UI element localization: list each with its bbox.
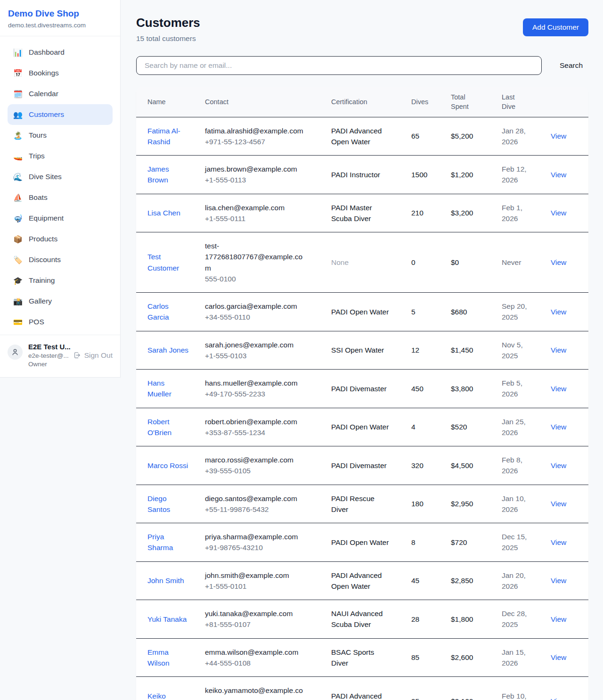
view-link[interactable]: View [551,209,566,217]
customer-last-dive: Jan 28, 2026 [502,117,551,156]
customer-last-dive: Nov 5, 2025 [502,331,551,370]
table-row: Test Customer test-1772681807767@example… [136,232,588,293]
sidebar-item-boats[interactable]: ⛵ Boats [8,187,113,208]
user-icon [11,348,19,356]
sidebar-item-products[interactable]: 📦 Products [8,229,113,249]
nav-icon: 📸 [13,297,23,306]
view-link[interactable]: View [551,423,566,431]
table-row: Yuki Tanaka yuki.tanaka@example.com +81-… [136,600,588,639]
search-input[interactable] [136,56,542,75]
nav-icon: 🏷️ [13,255,23,264]
sidebar-item-label: Calendar [29,90,58,98]
customer-name-link[interactable]: Hans Mueller [147,379,171,398]
customer-total-spent: $2,850 [451,561,502,600]
customer-dives: 65 [411,117,451,156]
sidebar-item-discounts[interactable]: 🏷️ Discounts [8,249,113,270]
view-link[interactable]: View [551,615,566,623]
sidebar-item-trips[interactable]: 🚤 Trips [8,146,113,166]
customer-last-dive: Sep 20, 2025 [502,293,551,331]
customer-phone: +44-555-0108 [205,658,305,668]
customer-dives: 210 [411,194,451,232]
customer-name-link[interactable]: Yuki Tanaka [147,615,187,623]
sidebar-item-dive-sites[interactable]: 🌊 Dive Sites [8,166,113,187]
customer-phone: +1-555-0111 [205,213,305,224]
view-link[interactable]: View [551,500,566,508]
sidebar-item-equipment[interactable]: 🤿 Equipment [8,208,113,229]
customer-last-dive: Feb 12, 2026 [502,156,551,194]
customer-certification: PADI Open Water [331,408,411,446]
user-role: Owner [28,361,67,368]
sign-out-button[interactable]: Sign Out [73,351,113,360]
customers-table: Name Contact Certification Dives Total S… [136,87,588,700]
customer-name-link[interactable]: John Smith [147,576,184,585]
customer-name-link[interactable]: Marco Rossi [147,461,188,469]
customer-name-link[interactable]: Test Customer [147,253,179,272]
sidebar-item-training[interactable]: 🎓 Training [8,270,113,291]
shop-subdomain: demo.test.divestreams.com [8,22,112,29]
customer-dives: 85 [411,638,451,677]
user-name: E2E Test U... [28,343,67,351]
column-actions [551,87,588,117]
customer-name-link[interactable]: Priya Sharma [147,533,173,552]
customer-last-dive: Feb 1, 2026 [502,194,551,232]
customer-certification: PADI Divemaster [331,370,411,408]
customer-name-link[interactable]: Keiko Yamamoto [147,692,182,700]
sidebar-item-label: Boats [29,193,48,202]
customer-certification: PADI Open Water [331,523,411,562]
column-dives: Dives [411,87,451,117]
view-link[interactable]: View [551,132,566,140]
view-link[interactable]: View [551,385,566,393]
customer-phone: +1-555-0103 [205,350,305,361]
search-button[interactable]: Search [554,61,588,70]
customer-count: 15 total customers [136,34,200,43]
customer-certification: PADI Divemaster [331,446,411,485]
customer-last-dive: Dec 28, 2025 [502,600,551,639]
sidebar-item-gallery[interactable]: 📸 Gallery [8,291,113,312]
customer-name-link[interactable]: Robert O'Brien [147,418,171,436]
customer-total-spent: $2,100 [451,677,502,700]
nav-icon: 🚤 [13,152,23,161]
column-total-spent: Total Spent [451,87,502,117]
customer-name-link[interactable]: Diego Santos [147,494,170,513]
sidebar-item-customers[interactable]: 👥 Customers [8,104,113,125]
nav-icon: 📦 [13,235,23,244]
customer-name-link[interactable]: Sarah Jones [147,346,188,354]
sidebar-item-calendar[interactable]: 🗓️ Calendar [8,83,113,104]
view-link[interactable]: View [551,258,566,266]
view-link[interactable]: View [551,346,566,354]
sidebar-item-label: Training [29,276,55,285]
customer-name-link[interactable]: Emma Wilson [147,648,170,667]
view-link[interactable]: View [551,653,566,661]
view-link[interactable]: View [551,461,566,469]
sidebar-item-bookings[interactable]: 📅 Bookings [8,63,113,83]
customer-dives: 12 [411,331,451,370]
customer-dives: 28 [411,600,451,639]
customer-dives: 450 [411,370,451,408]
view-link[interactable]: View [551,538,566,546]
table-header-row: Name Contact Certification Dives Total S… [136,87,588,117]
view-link[interactable]: View [551,308,566,316]
main-content: Customers 15 total customers Add Custome… [121,0,603,700]
view-link[interactable]: View [551,576,566,585]
customer-name-link[interactable]: James Brown [147,165,169,184]
customer-email: hans.mueller@example.com [205,378,305,388]
customer-name-link[interactable]: Lisa Chen [147,209,180,217]
customer-total-spent: $4,500 [451,446,502,485]
table-row: Priya Sharma priya.sharma@example.com +9… [136,523,588,562]
customer-phone: +81-555-0107 [205,619,305,630]
view-link[interactable]: View [551,697,566,700]
customer-dives: 320 [411,446,451,485]
customer-total-spent: $3,800 [451,370,502,408]
customer-last-dive: Dec 15, 2025 [502,523,551,562]
view-link[interactable]: View [551,171,566,179]
table-row: James Brown james.brown@example.com +1-5… [136,156,588,194]
customer-certification: SSI Open Water [331,331,411,370]
customer-last-dive: Feb 10, 2026 [502,677,551,700]
customer-name-link[interactable]: Carlos Garcia [147,302,169,321]
add-customer-button[interactable]: Add Customer [523,18,588,36]
sidebar-item-dashboard[interactable]: 📊 Dashboard [8,42,113,63]
sidebar-item-tours[interactable]: 🏝️ Tours [8,125,113,146]
customers-table-card: Name Contact Certification Dives Total S… [136,87,588,700]
sidebar-item-pos[interactable]: 💳 POS [8,312,113,332]
customer-name-link[interactable]: Fatima Al-Rashid [147,127,180,146]
